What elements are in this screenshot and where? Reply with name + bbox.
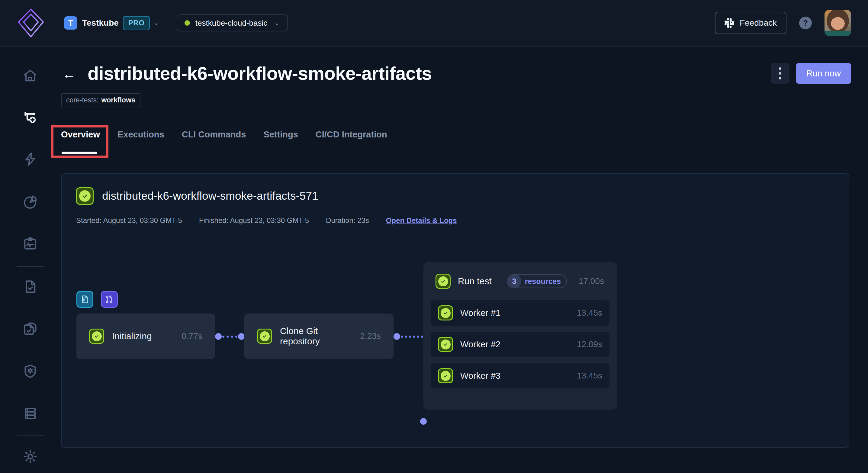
tab-overview[interactable]: Overview xyxy=(61,130,100,154)
worker-duration: 13.45s xyxy=(577,308,602,318)
worker-label: Worker #1 xyxy=(460,308,500,318)
status-passed-icon xyxy=(438,337,453,352)
workflow-node-initializing[interactable]: Initializing 0.77s xyxy=(76,314,215,359)
sidebar-divider xyxy=(17,435,44,436)
status-passed-icon xyxy=(438,305,453,320)
git-compare-icon xyxy=(104,294,114,304)
health-monitor-icon xyxy=(22,236,38,252)
lightning-icon xyxy=(22,151,38,167)
artifacts-file-button[interactable] xyxy=(76,291,93,308)
pie-chart-icon xyxy=(22,194,38,210)
sidebar-divider xyxy=(17,266,44,267)
server-rack-icon xyxy=(22,406,38,421)
sidebar-item-test-suites[interactable] xyxy=(21,319,40,338)
workflow-diagram: Initializing 0.77s Clone Git repository … xyxy=(62,174,849,447)
main-content: ← distributed-k6-workflow-smoke-artifact… xyxy=(60,46,868,473)
active-tab-underline xyxy=(62,152,97,154)
feedback-button[interactable]: Feedback xyxy=(715,12,786,34)
worker-label: Worker #2 xyxy=(460,340,500,349)
label-key: core-tests: xyxy=(66,96,98,104)
org-selector[interactable]: T Testkube PRO ⌄ xyxy=(64,16,159,30)
org-avatar: T xyxy=(64,16,77,30)
slack-icon xyxy=(724,18,734,28)
workflow-node-clone-git[interactable]: Clone Git repository 2.23s xyxy=(244,314,394,359)
back-button[interactable]: ← xyxy=(62,67,76,81)
node-duration: 0.77s xyxy=(182,332,203,341)
document-check-icon xyxy=(22,279,38,294)
worker-row-1[interactable]: Worker #1 13.45s xyxy=(431,300,610,325)
node-label: Initializing xyxy=(112,331,152,341)
resources-count: 3 xyxy=(507,274,521,288)
sidebar-item-dashboard[interactable] xyxy=(21,66,40,86)
archive-file-icon xyxy=(80,294,90,304)
more-options-button[interactable] xyxy=(771,63,789,84)
sidebar-item-insights[interactable] xyxy=(21,193,40,212)
environment-name: testkube-cloud-basic xyxy=(195,19,267,28)
org-name: Testkube xyxy=(82,18,119,28)
workflow-group-run-test: Run test 3 resources 17.00s Worker #1 13… xyxy=(424,262,617,410)
tab-label: Executions xyxy=(118,130,164,139)
feedback-label: Feedback xyxy=(740,18,777,28)
tab-label: Overview xyxy=(61,130,100,139)
sidebar-item-tests[interactable] xyxy=(21,277,40,296)
chevron-down-icon: ⌄ xyxy=(274,19,279,27)
sidebar-item-triggers[interactable] xyxy=(21,150,40,169)
top-header: T Testkube PRO ⌄ testkube-cloud-basic ⌄ … xyxy=(0,0,868,46)
resources-badge[interactable]: 3 resources xyxy=(507,274,567,288)
test-workflows-icon xyxy=(22,109,38,125)
diagram-view-toggle-button[interactable] xyxy=(101,291,118,308)
user-avatar[interactable] xyxy=(825,10,851,36)
sidebar-item-settings[interactable] xyxy=(21,447,40,466)
latest-execution-card: distributed-k6-workflow-smoke-artifacts-… xyxy=(61,174,849,448)
kebab-dot xyxy=(779,72,781,74)
workflow-label-badge: core-tests: workflows xyxy=(61,93,141,107)
connector-endpoint-dot xyxy=(420,418,427,425)
worker-label: Worker #3 xyxy=(460,371,500,381)
node-duration: 2.23s xyxy=(360,332,381,341)
tab-cli-commands[interactable]: CLI Commands xyxy=(182,130,246,154)
tab-settings[interactable]: Settings xyxy=(264,130,298,154)
environment-selector[interactable]: testkube-cloud-basic ⌄ xyxy=(177,14,287,31)
tab-executions[interactable]: Executions xyxy=(118,130,164,154)
shield-gear-icon xyxy=(22,364,38,379)
page-title: distributed-k6-workflow-smoke-artifacts xyxy=(88,63,432,84)
tab-label: CI/CD Integration xyxy=(316,130,387,139)
node-label: Run test xyxy=(458,276,492,286)
documents-stack-icon xyxy=(22,321,38,337)
status-passed-icon xyxy=(435,274,451,289)
worker-row-3[interactable]: Worker #3 13.45s xyxy=(431,363,610,388)
label-value: workflows xyxy=(101,96,135,104)
worker-row-2[interactable]: Worker #2 12.89s xyxy=(431,332,610,357)
node-label: Clone Git repository xyxy=(280,326,352,346)
workflow-connector xyxy=(394,333,424,340)
gear-icon xyxy=(22,449,38,465)
node-duration: 17.00s xyxy=(579,276,604,286)
run-now-button[interactable]: Run now xyxy=(796,63,851,84)
environment-status-dot xyxy=(185,20,190,26)
workflow-node-run-test[interactable]: Run test 3 resources 17.00s xyxy=(431,270,610,292)
status-passed-icon xyxy=(89,328,104,344)
sidebar-item-executors[interactable] xyxy=(21,404,40,423)
kebab-dot xyxy=(779,67,781,70)
testkube-logo-icon[interactable] xyxy=(17,8,45,38)
chevron-down-icon: ⌄ xyxy=(153,19,159,27)
status-passed-icon xyxy=(257,328,272,344)
sidebar-nav xyxy=(0,46,60,473)
kebab-dot xyxy=(779,77,781,80)
sidebar-item-test-workflows[interactable] xyxy=(21,107,40,127)
help-button[interactable]: ? xyxy=(799,17,812,29)
tab-label: Settings xyxy=(264,130,298,139)
worker-duration: 13.45s xyxy=(577,371,602,381)
sidebar-item-webhooks[interactable] xyxy=(21,361,40,381)
status-passed-icon xyxy=(438,368,453,383)
tab-bar: Overview Executions CLI Commands Setting… xyxy=(61,130,868,154)
tab-label: CLI Commands xyxy=(182,130,246,139)
sidebar-item-status-pages[interactable] xyxy=(21,234,40,253)
workflow-connector xyxy=(215,333,245,340)
home-icon xyxy=(22,68,38,84)
tab-cicd-integration[interactable]: CI/CD Integration xyxy=(316,130,387,154)
worker-duration: 12.89s xyxy=(577,340,602,349)
plan-badge: PRO xyxy=(123,16,150,30)
resources-label: resources xyxy=(525,277,561,286)
